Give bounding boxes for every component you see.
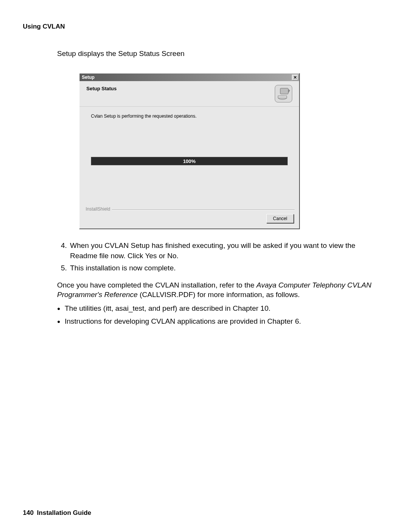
cancel-button[interactable]: Cancel (266, 214, 294, 223)
reference-paragraph: Once you have completed the CVLAN instal… (57, 280, 377, 300)
section-header: Using CVLAN (23, 23, 388, 30)
status-text: Cvlan Setup is performing the requested … (91, 113, 288, 119)
step-5: 5. This installation is now complete. (61, 263, 377, 273)
close-button[interactable]: ✕ (292, 75, 298, 80)
dialog-header-title: Setup Status (86, 85, 116, 91)
titlebar: Setup ✕ (80, 73, 299, 81)
installshield-divider: InstallShield (83, 206, 296, 210)
dialog-content: Cvlan Setup is performing the requested … (80, 107, 299, 206)
intro-text: Setup displays the Setup Status Screen (57, 50, 388, 58)
installshield-label: InstallShield (84, 206, 112, 212)
bullet-item: ● The utilities (itt, asai_test, and per… (57, 304, 377, 313)
dialog-screenshot: Setup ✕ Setup Status Cvlan Setup is perf… (79, 73, 388, 229)
svg-rect-3 (278, 96, 287, 98)
step-number: 5. (61, 263, 70, 273)
step-text: When you CVLAN Setup has finished execut… (70, 241, 377, 261)
bullet-item: ● Instructions for developing CVLAN appl… (57, 316, 377, 326)
numbered-steps: 4. When you CVLAN Setup has finished exe… (61, 241, 377, 273)
step-number: 4. (61, 241, 70, 261)
footer-title: Installation Guide (37, 509, 91, 516)
dialog-body: Setup Status Cvlan Setup is performing t… (80, 81, 299, 228)
page-footer: 140 Installation Guide (23, 509, 91, 517)
para-pre: Once you have completed the CVLAN instal… (57, 281, 256, 289)
page-number: 140 (23, 509, 33, 516)
installer-icon (275, 85, 292, 102)
progress-bar: 100% (91, 157, 288, 165)
bullet-list: ● The utilities (itt, asai_test, and per… (57, 304, 377, 326)
svg-rect-0 (280, 88, 288, 94)
step-text: This installation is now complete. (70, 263, 176, 273)
setup-dialog: Setup ✕ Setup Status Cvlan Setup is perf… (79, 73, 300, 229)
titlebar-text: Setup (82, 75, 94, 80)
bullet-text: The utilities (itt, asai_test, and perf)… (65, 304, 271, 313)
dialog-header-pane: Setup Status (80, 81, 299, 107)
para-post: (CALLVISR.PDF) for more information, as … (138, 291, 300, 299)
dialog-button-row: Cancel (80, 210, 299, 228)
bullet-text: Instructions for developing CVLAN applic… (65, 316, 301, 326)
svg-marker-1 (288, 89, 290, 93)
bullet-dot-icon: ● (57, 318, 65, 325)
bullet-dot-icon: ● (57, 305, 65, 312)
step-4: 4. When you CVLAN Setup has finished exe… (61, 241, 377, 261)
